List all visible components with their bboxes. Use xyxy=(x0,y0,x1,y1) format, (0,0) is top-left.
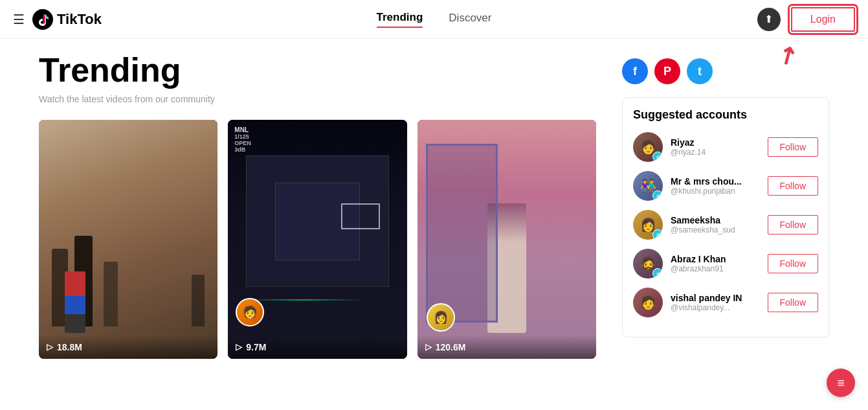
header-left: ☰ TikTok xyxy=(13,9,102,30)
video-card-1[interactable]: ▷ 18.8M xyxy=(39,120,217,358)
follow-button-abraz[interactable]: Follow xyxy=(768,254,818,273)
account-name-abraz: Abraz I Khan xyxy=(671,254,760,264)
verified-abraz: ✓ xyxy=(652,268,663,279)
account-handle-vishal: @vishalpandey... xyxy=(671,303,760,312)
avatar-abraz[interactable]: 🧔 ✓ xyxy=(633,249,663,279)
twitter-icon[interactable]: t xyxy=(687,58,713,84)
video-thumbnail-3: 👩 xyxy=(417,120,596,358)
follow-button-riyaz[interactable]: Follow xyxy=(768,137,818,157)
logo[interactable]: TikTok xyxy=(32,9,102,30)
upload-icon: ⬆ xyxy=(764,13,773,25)
avatar-vishal[interactable]: 🧑 xyxy=(633,288,663,317)
follow-button-mrmrs[interactable]: Follow xyxy=(768,176,818,196)
login-button[interactable]: Login xyxy=(791,7,855,32)
follow-button-sameeksha[interactable]: Follow xyxy=(768,215,818,234)
avatar-riyaz[interactable]: 🧑 ✓ xyxy=(633,132,663,162)
verified-mrmrs: ✓ xyxy=(652,190,663,201)
upload-button[interactable]: ⬆ xyxy=(757,8,781,31)
video-text-overlay: MNL 1/125 OPEN 3dB xyxy=(234,126,251,153)
video-views-2: 9.7M xyxy=(246,342,266,352)
page-title: Trending xyxy=(39,52,596,89)
video-avatar-2: 🧑 xyxy=(236,298,264,326)
video-stats-2: ▷ 9.7M xyxy=(228,336,406,359)
logo-text: TikTok xyxy=(57,11,102,28)
play-icon-1: ▷ xyxy=(47,342,53,352)
nav-discover[interactable]: Discover xyxy=(449,12,491,27)
suggested-title: Suggested accounts xyxy=(633,108,818,122)
header-right: ⬆ Login xyxy=(757,7,855,32)
page-subtitle: Watch the latest videos from our communi… xyxy=(39,94,596,104)
account-row-abraz: 🧔 ✓ Abraz I Khan @abrazkhan91 Follow xyxy=(633,249,818,279)
video-views-1: 18.8M xyxy=(57,342,82,352)
facebook-letter: f xyxy=(633,65,637,78)
pinterest-icon[interactable]: P xyxy=(654,58,680,84)
account-info-vishal: vishal pandey IN @vishalpandey... xyxy=(671,293,760,312)
account-row-vishal: 🧑 vishal pandey IN @vishalpandey... Foll… xyxy=(633,288,818,317)
avatar-sameeksha[interactable]: 👩 ✓ xyxy=(633,210,663,240)
camera-frame xyxy=(341,203,380,229)
account-info-riyaz: Riyaz @riyaz.14 xyxy=(671,137,760,157)
avatar-mrmrs[interactable]: 👫 ✓ xyxy=(633,171,663,201)
verified-riyaz: ✓ xyxy=(652,152,663,162)
account-handle-sameeksha: @sameeksha_sud xyxy=(671,225,760,234)
twitter-letter: t xyxy=(698,65,702,78)
follow-button-vishal[interactable]: Follow xyxy=(768,293,818,312)
account-name-riyaz: Riyaz xyxy=(671,137,760,148)
account-row-mrmrs: 👫 ✓ Mr & mrs chou... @khushi.punjaban Fo… xyxy=(633,171,818,201)
account-row-riyaz: 🧑 ✓ Riyaz @riyaz.14 Follow xyxy=(633,132,818,162)
account-info-abraz: Abraz I Khan @abrazkhan91 xyxy=(671,254,760,273)
play-icon-2: ▷ xyxy=(236,342,242,352)
header: ☰ TikTok Trending Discover ⬆ Login ↗ xyxy=(0,0,868,39)
facebook-icon[interactable]: f xyxy=(622,58,648,84)
account-handle-abraz: @abrazkhan91 xyxy=(671,264,760,273)
account-info-mrmrs: Mr & mrs chou... @khushi.punjaban xyxy=(671,176,760,196)
video-card-3[interactable]: 👩 ▷ 120.6M xyxy=(417,120,596,358)
account-name-vishal: vishal pandey IN xyxy=(671,293,760,303)
nav-trending[interactable]: Trending xyxy=(377,11,423,28)
verified-sameeksha: ✓ xyxy=(652,229,663,240)
content-area: Trending Watch the latest videos from ou… xyxy=(39,52,596,359)
account-row-sameeksha: 👩 ✓ Sameeksha @sameeksha_sud Follow xyxy=(633,210,818,240)
header-nav: Trending Discover xyxy=(377,11,492,28)
video-thumbnail-2: MNL 1/125 OPEN 3dB 🧑 xyxy=(228,120,406,358)
sidebar: f P t Suggested accounts 🧑 ✓ Riyaz @riya… xyxy=(622,52,829,359)
account-name-sameeksha: Sameeksha xyxy=(671,215,760,225)
account-handle-riyaz: @riyaz.14 xyxy=(671,148,760,157)
account-info-sameeksha: Sameeksha @sameeksha_sud xyxy=(671,215,760,234)
video-thumbnail-1 xyxy=(39,120,217,358)
video-card-2[interactable]: MNL 1/125 OPEN 3dB 🧑 ▷ 9.7M xyxy=(228,120,406,358)
video-stats-3: ▷ 120.6M xyxy=(417,336,596,359)
hamburger-menu[interactable]: ☰ xyxy=(13,12,25,27)
suggested-accounts-card: Suggested accounts 🧑 ✓ Riyaz @riyaz.14 F… xyxy=(622,97,829,337)
video-stats-1: ▷ 18.8M xyxy=(39,336,217,359)
account-handle-mrmrs: @khushi.punjaban xyxy=(671,187,760,196)
account-name-mrmrs: Mr & mrs chou... xyxy=(671,176,760,187)
video-grid: ▷ 18.8M MNL 1/125 OPEN xyxy=(39,120,596,358)
pinterest-letter: P xyxy=(663,65,671,78)
video-views-3: 120.6M xyxy=(436,342,466,352)
main-content: Trending Watch the latest videos from ou… xyxy=(0,39,868,372)
play-icon-3: ▷ xyxy=(425,342,432,352)
tiktok-logo-icon xyxy=(32,9,53,30)
